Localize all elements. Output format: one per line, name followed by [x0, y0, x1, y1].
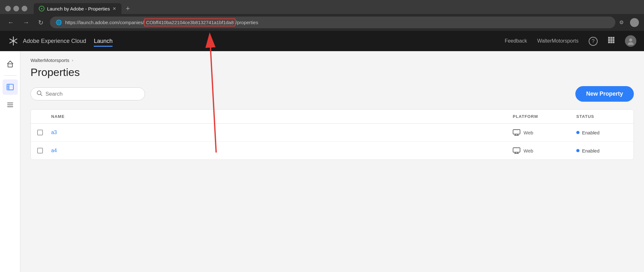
svg-line-23: [41, 94, 42, 96]
main-layout: WalterMotorsports › Properties New Prope…: [0, 51, 644, 272]
user-avatar-small[interactable]: [630, 18, 639, 27]
extensions-icon: ⚙: [619, 19, 624, 25]
breadcrumb: WalterMotorsports ›: [31, 58, 634, 63]
browser-tab-active[interactable]: ✦ Launch by Adobe - Properties ✕: [34, 3, 121, 14]
table-row: a3 Web Enabled: [31, 124, 634, 142]
url-company-id: CObff410ba22104ce3b8132741a1bf1da8: [144, 18, 236, 26]
svg-rect-15: [7, 84, 13, 90]
row-platform-a3: Web: [513, 129, 576, 136]
grid-button[interactable]: [608, 37, 615, 45]
svg-rect-9: [608, 41, 610, 43]
status-label-a4: Enabled: [582, 148, 599, 153]
tab-close-button[interactable]: ✕: [113, 6, 116, 11]
brand-name: Adobe Experience Cloud: [23, 38, 86, 44]
row-name-a4: a4: [51, 148, 513, 153]
svg-rect-8: [613, 39, 614, 41]
row-status-a4: Enabled: [576, 148, 627, 153]
row-name-a3: a3: [51, 130, 513, 135]
svg-rect-10: [610, 41, 612, 43]
traffic-light-close[interactable]: [5, 6, 11, 11]
header-name-col: NAME: [51, 114, 513, 119]
sidebar: [0, 51, 20, 272]
url-display: https://launch.adobe.com/companies/CObff…: [65, 18, 610, 26]
refresh-button[interactable]: ↻: [36, 17, 46, 28]
svg-rect-11: [613, 41, 614, 43]
user-avatar-icon: [627, 37, 634, 45]
svg-point-13: [628, 42, 634, 45]
svg-rect-3: [608, 37, 610, 39]
property-link-a3[interactable]: a3: [51, 130, 57, 135]
tab-title: Launch by Adobe - Properties: [47, 6, 110, 11]
svg-rect-7: [610, 39, 612, 41]
back-button[interactable]: ←: [5, 17, 17, 27]
url-prefix: https://launch.adobe.com/companies/: [65, 20, 144, 25]
feedback-link[interactable]: Feedback: [505, 38, 527, 44]
row-checkbox-a4[interactable]: [37, 148, 51, 153]
platform-label-a3: Web: [524, 130, 533, 135]
breadcrumb-company[interactable]: WalterMotorsports: [31, 58, 69, 63]
header-status-col: STATUS: [576, 114, 627, 119]
header-right: Feedback WalterMotorsports ?: [505, 35, 636, 47]
row-status-a3: Enabled: [576, 130, 627, 135]
help-icon: ?: [589, 37, 598, 46]
svg-rect-4: [610, 37, 612, 39]
page-title: Properties: [31, 66, 634, 78]
checkbox-a3[interactable]: [37, 130, 43, 135]
checkbox-a4[interactable]: [37, 148, 43, 153]
url-suffix: /properties: [236, 20, 258, 25]
svg-rect-5: [613, 37, 614, 39]
table-header: NAME PLATFORM STATUS: [31, 110, 634, 124]
new-tab-button[interactable]: +: [123, 3, 133, 14]
status-label-a3: Enabled: [582, 130, 599, 135]
launch-tab[interactable]: Launch: [94, 37, 113, 47]
search-input[interactable]: [45, 91, 139, 97]
search-icon: [37, 90, 42, 98]
new-property-button[interactable]: New Property: [575, 86, 634, 102]
svg-rect-24: [513, 130, 520, 134]
monitor-icon-a3: [513, 129, 520, 136]
monitor-icon-a4: [513, 147, 520, 154]
help-button[interactable]: ?: [589, 37, 598, 46]
tab-favicon: ✦: [39, 6, 45, 11]
grid-icon: [608, 37, 615, 44]
list-icon: [6, 101, 14, 109]
row-checkbox-a3[interactable]: [37, 130, 51, 135]
svg-rect-14: [8, 64, 12, 67]
user-avatar[interactable]: [625, 35, 636, 47]
properties-table: NAME PLATFORM STATUS a3: [31, 109, 634, 160]
header-platform-col: PLATFORM: [513, 114, 576, 119]
svg-point-12: [629, 38, 632, 42]
app-header: Adobe Experience Cloud Launch Feedback W…: [0, 31, 644, 51]
svg-rect-28: [513, 148, 520, 152]
status-dot-a3: [576, 131, 579, 134]
breadcrumb-arrow: ›: [72, 58, 73, 63]
svg-point-22: [37, 91, 41, 95]
table-row: a4 Web Enabled: [31, 142, 634, 160]
property-link-a4[interactable]: a4: [51, 148, 57, 153]
sidebar-item-home[interactable]: [3, 56, 18, 71]
adobe-logo-icon: [8, 35, 19, 47]
sidebar-item-menu[interactable]: [3, 97, 18, 112]
row-platform-a4: Web: [513, 147, 576, 154]
address-bar[interactable]: 🌐 https://launch.adobe.com/companies/COb…: [50, 17, 615, 28]
sidebar-divider: [4, 75, 17, 76]
sidebar-item-properties[interactable]: [3, 79, 18, 95]
search-box[interactable]: [31, 87, 145, 100]
status-dot-a4: [576, 149, 579, 152]
toolbar: New Property: [31, 86, 634, 102]
forward-button[interactable]: →: [20, 17, 32, 27]
content-area: WalterMotorsports › Properties New Prope…: [20, 51, 644, 272]
traffic-light-minimize[interactable]: [13, 6, 19, 11]
traffic-light-maximize[interactable]: [22, 6, 27, 11]
company-name[interactable]: WalterMotorsports: [537, 38, 579, 44]
home-icon: [6, 60, 14, 68]
globe-icon: 🌐: [56, 19, 62, 25]
svg-rect-6: [608, 39, 610, 41]
platform-label-a4: Web: [524, 148, 533, 153]
app-logo: Adobe Experience Cloud: [8, 35, 86, 47]
properties-icon: [6, 83, 14, 91]
